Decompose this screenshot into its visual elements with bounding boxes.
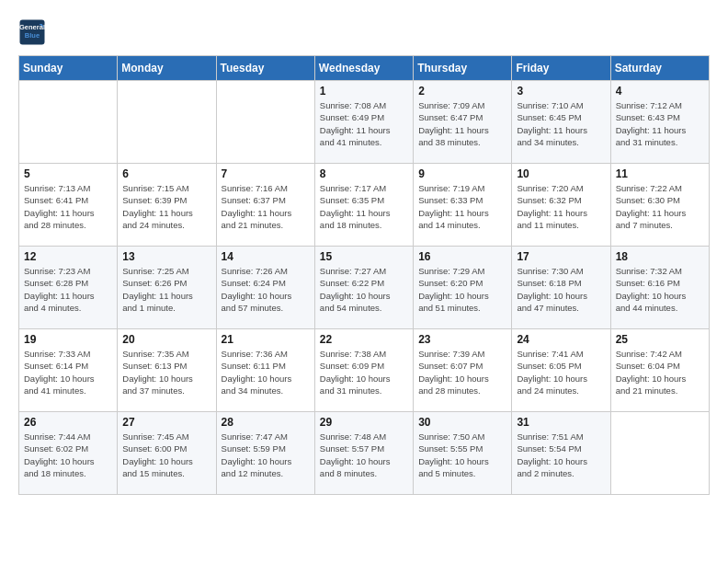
calendar-cell: 15Sunrise: 7:27 AM Sunset: 6:22 PM Dayli…	[314, 247, 413, 329]
day-number: 24	[517, 333, 605, 346]
day-number: 18	[616, 250, 704, 263]
day-number: 1	[320, 85, 408, 98]
day-info: Sunrise: 7:22 AM Sunset: 6:30 PM Dayligh…	[616, 182, 704, 231]
day-info: Sunrise: 7:51 AM Sunset: 5:54 PM Dayligh…	[517, 431, 605, 479]
day-number: 17	[517, 250, 605, 263]
day-number: 13	[122, 250, 210, 263]
day-number: 26	[24, 416, 112, 429]
calendar-cell: 19Sunrise: 7:33 AM Sunset: 6:14 PM Dayli…	[19, 329, 118, 412]
calendar-cell: 11Sunrise: 7:22 AM Sunset: 6:30 PM Dayli…	[610, 164, 709, 247]
day-number: 3	[517, 85, 605, 98]
logo-icon: General Blue	[18, 18, 46, 46]
day-number: 27	[122, 416, 210, 429]
day-info: Sunrise: 7:29 AM Sunset: 6:20 PM Dayligh…	[418, 265, 506, 314]
day-info: Sunrise: 7:10 AM Sunset: 6:45 PM Dayligh…	[517, 99, 605, 148]
calendar-week-row: 12Sunrise: 7:23 AM Sunset: 6:28 PM Dayli…	[19, 247, 710, 329]
day-info: Sunrise: 7:44 AM Sunset: 6:02 PM Dayligh…	[24, 431, 112, 479]
calendar-cell: 24Sunrise: 7:41 AM Sunset: 6:05 PM Dayli…	[512, 329, 610, 412]
calendar-cell: 20Sunrise: 7:35 AM Sunset: 6:13 PM Dayli…	[118, 329, 216, 412]
calendar-cell: 28Sunrise: 7:47 AM Sunset: 5:59 PM Dayli…	[216, 412, 314, 495]
day-info: Sunrise: 7:47 AM Sunset: 5:59 PM Dayligh…	[222, 431, 310, 479]
weekday-header: Thursday	[414, 56, 512, 81]
calendar-cell: 25Sunrise: 7:42 AM Sunset: 6:04 PM Dayli…	[610, 329, 709, 412]
day-number: 9	[418, 167, 506, 180]
day-info: Sunrise: 7:16 AM Sunset: 6:37 PM Dayligh…	[222, 182, 310, 231]
weekday-header: Wednesday	[314, 56, 413, 81]
day-number: 28	[222, 416, 310, 429]
calendar-cell: 8Sunrise: 7:17 AM Sunset: 6:35 PM Daylig…	[314, 164, 413, 247]
calendar-cell	[118, 81, 216, 164]
calendar-cell: 9Sunrise: 7:19 AM Sunset: 6:33 PM Daylig…	[414, 164, 512, 247]
weekday-header: Saturday	[610, 56, 709, 81]
calendar-cell: 17Sunrise: 7:30 AM Sunset: 6:18 PM Dayli…	[512, 247, 610, 329]
day-number: 30	[418, 416, 506, 429]
day-info: Sunrise: 7:17 AM Sunset: 6:35 PM Dayligh…	[320, 182, 408, 231]
calendar-cell: 12Sunrise: 7:23 AM Sunset: 6:28 PM Dayli…	[19, 247, 118, 329]
day-info: Sunrise: 7:45 AM Sunset: 6:00 PM Dayligh…	[122, 431, 210, 479]
calendar-cell: 6Sunrise: 7:15 AM Sunset: 6:39 PM Daylig…	[118, 164, 216, 247]
day-info: Sunrise: 7:36 AM Sunset: 6:11 PM Dayligh…	[222, 348, 310, 396]
day-info: Sunrise: 7:26 AM Sunset: 6:24 PM Dayligh…	[222, 265, 310, 314]
day-number: 7	[222, 167, 310, 180]
day-info: Sunrise: 7:19 AM Sunset: 6:33 PM Dayligh…	[418, 182, 506, 231]
weekday-header: Friday	[512, 56, 610, 81]
calendar-cell: 27Sunrise: 7:45 AM Sunset: 6:00 PM Dayli…	[118, 412, 216, 495]
day-number: 2	[418, 85, 506, 98]
day-info: Sunrise: 7:30 AM Sunset: 6:18 PM Dayligh…	[517, 265, 605, 314]
day-info: Sunrise: 7:13 AM Sunset: 6:41 PM Dayligh…	[24, 182, 112, 231]
day-info: Sunrise: 7:41 AM Sunset: 6:05 PM Dayligh…	[517, 348, 605, 396]
day-info: Sunrise: 7:09 AM Sunset: 6:47 PM Dayligh…	[418, 99, 506, 148]
day-info: Sunrise: 7:20 AM Sunset: 6:32 PM Dayligh…	[517, 182, 605, 231]
weekday-header: Tuesday	[216, 56, 314, 81]
day-number: 31	[517, 416, 605, 429]
day-number: 12	[24, 250, 112, 263]
calendar-cell: 4Sunrise: 7:12 AM Sunset: 6:43 PM Daylig…	[610, 81, 709, 164]
day-info: Sunrise: 7:08 AM Sunset: 6:49 PM Dayligh…	[320, 99, 408, 148]
day-number: 15	[320, 250, 408, 263]
day-number: 20	[122, 333, 210, 346]
calendar-cell: 23Sunrise: 7:39 AM Sunset: 6:07 PM Dayli…	[414, 329, 512, 412]
day-info: Sunrise: 7:48 AM Sunset: 5:57 PM Dayligh…	[320, 431, 408, 479]
day-number: 5	[24, 167, 112, 180]
day-number: 25	[616, 333, 704, 346]
calendar-cell: 21Sunrise: 7:36 AM Sunset: 6:11 PM Dayli…	[216, 329, 314, 412]
weekday-header: Monday	[118, 56, 216, 81]
day-number: 21	[222, 333, 310, 346]
calendar-cell: 16Sunrise: 7:29 AM Sunset: 6:20 PM Dayli…	[414, 247, 512, 329]
calendar-week-row: 5Sunrise: 7:13 AM Sunset: 6:41 PM Daylig…	[19, 164, 710, 247]
calendar-cell: 14Sunrise: 7:26 AM Sunset: 6:24 PM Dayli…	[216, 247, 314, 329]
calendar-cell	[216, 81, 314, 164]
day-number: 4	[616, 85, 704, 98]
calendar-table: SundayMondayTuesdayWednesdayThursdayFrid…	[18, 55, 710, 495]
calendar-cell: 30Sunrise: 7:50 AM Sunset: 5:55 PM Dayli…	[414, 412, 512, 495]
calendar-cell: 26Sunrise: 7:44 AM Sunset: 6:02 PM Dayli…	[19, 412, 118, 495]
calendar-cell: 29Sunrise: 7:48 AM Sunset: 5:57 PM Dayli…	[314, 412, 413, 495]
calendar-cell	[19, 81, 118, 164]
day-number: 6	[122, 167, 210, 180]
day-info: Sunrise: 7:42 AM Sunset: 6:04 PM Dayligh…	[616, 348, 704, 396]
logo: General Blue	[18, 18, 50, 46]
day-number: 29	[320, 416, 408, 429]
calendar-week-row: 26Sunrise: 7:44 AM Sunset: 6:02 PM Dayli…	[19, 412, 710, 495]
calendar-cell: 22Sunrise: 7:38 AM Sunset: 6:09 PM Dayli…	[314, 329, 413, 412]
page-header: General Blue	[18, 18, 710, 46]
day-number: 8	[320, 167, 408, 180]
calendar-cell: 7Sunrise: 7:16 AM Sunset: 6:37 PM Daylig…	[216, 164, 314, 247]
calendar-cell: 2Sunrise: 7:09 AM Sunset: 6:47 PM Daylig…	[414, 81, 512, 164]
calendar-week-row: 19Sunrise: 7:33 AM Sunset: 6:14 PM Dayli…	[19, 329, 710, 412]
day-number: 19	[24, 333, 112, 346]
day-info: Sunrise: 7:12 AM Sunset: 6:43 PM Dayligh…	[616, 99, 704, 148]
calendar-cell: 5Sunrise: 7:13 AM Sunset: 6:41 PM Daylig…	[19, 164, 118, 247]
day-number: 22	[320, 333, 408, 346]
calendar-week-row: 1Sunrise: 7:08 AM Sunset: 6:49 PM Daylig…	[19, 81, 710, 164]
day-number: 10	[517, 167, 605, 180]
day-info: Sunrise: 7:33 AM Sunset: 6:14 PM Dayligh…	[24, 348, 112, 396]
svg-text:Blue: Blue	[25, 31, 40, 40]
day-info: Sunrise: 7:23 AM Sunset: 6:28 PM Dayligh…	[24, 265, 112, 314]
calendar-cell: 10Sunrise: 7:20 AM Sunset: 6:32 PM Dayli…	[512, 164, 610, 247]
day-number: 23	[418, 333, 506, 346]
day-info: Sunrise: 7:50 AM Sunset: 5:55 PM Dayligh…	[418, 431, 506, 479]
weekday-header: Sunday	[19, 56, 118, 81]
calendar-cell: 3Sunrise: 7:10 AM Sunset: 6:45 PM Daylig…	[512, 81, 610, 164]
calendar-cell: 1Sunrise: 7:08 AM Sunset: 6:49 PM Daylig…	[314, 81, 413, 164]
